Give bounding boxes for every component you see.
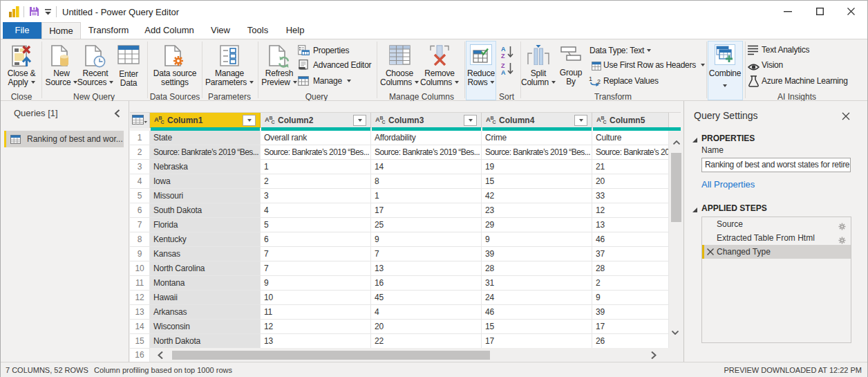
svg-text:C: C bbox=[603, 120, 607, 125]
svg-text:A: A bbox=[501, 46, 506, 53]
svg-text:1: 1 bbox=[589, 75, 592, 82]
svg-text:Z: Z bbox=[501, 53, 505, 59]
svg-text:C: C bbox=[272, 120, 275, 125]
svg-text:C: C bbox=[493, 120, 496, 125]
svg-text:C: C bbox=[382, 120, 386, 125]
svg-text:A: A bbox=[501, 69, 506, 75]
svg-text:Z: Z bbox=[501, 62, 505, 69]
svg-text:C: C bbox=[161, 120, 164, 125]
svg-text:2: 2 bbox=[597, 78, 601, 85]
